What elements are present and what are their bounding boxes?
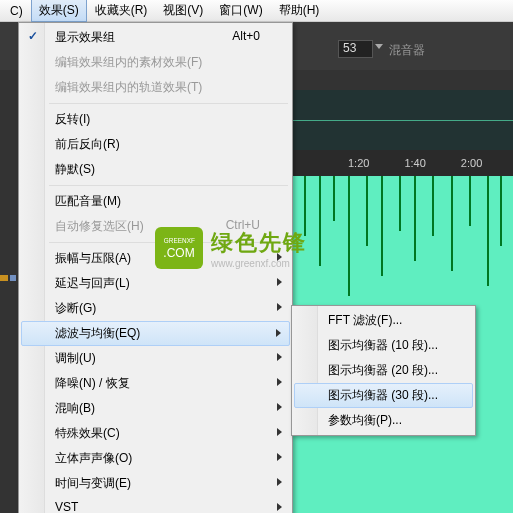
menu-vst[interactable]: VST — [21, 496, 290, 513]
chevron-right-icon — [277, 303, 282, 311]
menu-delay-echo[interactable]: 延迟与回声(L) — [21, 271, 290, 296]
menu-edit-track-effects: 编辑效果组内的轨道效果(T) — [21, 75, 290, 100]
waveform-upper — [293, 90, 513, 150]
submenu-param-eq[interactable]: 参数均衡(P)... — [294, 408, 473, 433]
submenu-graphic-eq-20[interactable]: 图示均衡器 (20 段)... — [294, 358, 473, 383]
menu-stereo[interactable]: 立体声声像(O) — [21, 446, 290, 471]
watermark-badge: GREENXF .COM — [155, 227, 203, 269]
shortcut-label: Alt+0 — [232, 29, 260, 43]
checkmark-icon: ✓ — [28, 29, 38, 43]
mixer-label[interactable]: 混音器 — [389, 42, 425, 59]
sample-rate-input[interactable]: 53 — [338, 40, 373, 58]
menubar-help[interactable]: 帮助(H) — [271, 0, 328, 22]
chevron-right-icon — [277, 278, 282, 286]
chevron-right-icon — [277, 428, 282, 436]
submenu-graphic-eq-10[interactable]: 图示均衡器 (10 段)... — [294, 333, 473, 358]
menu-match-volume[interactable]: 匹配音量(M) — [21, 189, 290, 214]
filter-eq-submenu: FFT 滤波(F)... 图示均衡器 (10 段)... 图示均衡器 (20 段… — [291, 305, 476, 436]
menubar-favorites[interactable]: 收藏夹(R) — [87, 0, 156, 22]
time-mark: 2:00 — [461, 157, 482, 169]
menu-time-pitch[interactable]: 时间与变调(E) — [21, 471, 290, 496]
menu-edit-material-effects: 编辑效果组内的素材效果(F) — [21, 50, 290, 75]
dropdown-arrow-icon[interactable] — [375, 44, 383, 49]
time-mark: 1:20 — [348, 157, 369, 169]
menubar-window[interactable]: 窗口(W) — [211, 0, 270, 22]
menu-reverb[interactable]: 混响(B) — [21, 396, 290, 421]
menu-modulate[interactable]: 调制(U) — [21, 346, 290, 371]
time-mark: 1:40 — [404, 157, 425, 169]
menu-diagnose[interactable]: 诊断(G) — [21, 296, 290, 321]
menu-noise-reduce[interactable]: 降噪(N) / 恢复 — [21, 371, 290, 396]
chevron-right-icon — [277, 453, 282, 461]
watermark-title: 绿色先锋 — [211, 228, 307, 258]
menu-silence[interactable]: 静默(S) — [21, 157, 290, 182]
chevron-right-icon — [277, 353, 282, 361]
chevron-right-icon — [277, 403, 282, 411]
chevron-right-icon — [277, 503, 282, 511]
submenu-fft-filter[interactable]: FFT 滤波(F)... — [294, 308, 473, 333]
chevron-right-icon — [277, 478, 282, 486]
menu-front-back-invert[interactable]: 前后反向(R) — [21, 132, 290, 157]
watermark-url: www.greenxf.com — [211, 258, 307, 269]
menu-separator — [49, 185, 288, 186]
menu-invert[interactable]: 反转(I) — [21, 107, 290, 132]
menubar-effects[interactable]: 效果(S) — [31, 0, 87, 22]
menubar: C) 效果(S) 收藏夹(R) 视图(V) 窗口(W) 帮助(H) — [0, 0, 513, 22]
menu-show-effects-group[interactable]: ✓ 显示效果组 Alt+0 — [21, 25, 290, 50]
track-color-stripe — [10, 275, 16, 281]
watermark: GREENXF .COM 绿色先锋 www.greenxf.com — [155, 227, 307, 269]
chevron-right-icon — [276, 329, 281, 337]
menu-filter-eq[interactable]: 滤波与均衡(EQ) — [21, 321, 290, 346]
submenu-graphic-eq-30[interactable]: 图示均衡器 (30 段)... — [294, 383, 473, 408]
waveform-area: 1:20 1:40 2:00 — [293, 90, 513, 513]
menubar-view[interactable]: 视图(V) — [155, 0, 211, 22]
menubar-prev-suffix[interactable]: C) — [2, 1, 31, 21]
menu-separator — [49, 103, 288, 104]
track-color-stripe — [0, 275, 8, 281]
timeline: 1:20 1:40 2:00 — [293, 150, 513, 176]
menu-special-effects[interactable]: 特殊效果(C) — [21, 421, 290, 446]
chevron-right-icon — [277, 378, 282, 386]
